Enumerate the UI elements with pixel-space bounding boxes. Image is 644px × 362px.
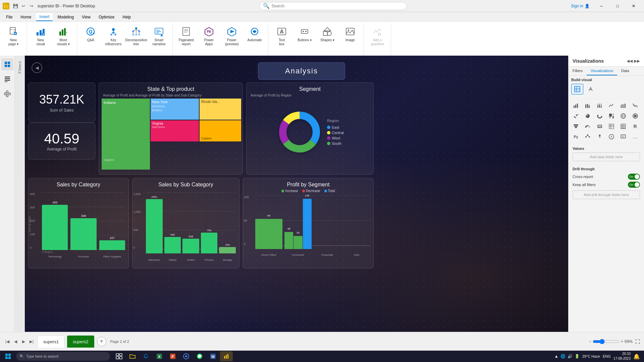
page-tab-supers1[interactable]: supers1	[38, 336, 64, 348]
menu-home[interactable]: Home	[17, 13, 35, 21]
start-button[interactable]	[1, 351, 15, 361]
viz-bar-chart[interactable]	[571, 101, 581, 110]
viz-more[interactable]: …	[631, 132, 640, 141]
viz-card[interactable]: 123	[595, 122, 604, 131]
explorer-button[interactable]	[126, 351, 139, 361]
maximize-button[interactable]: □	[610, 0, 625, 12]
menu-optimize[interactable]: Optimize	[95, 13, 118, 21]
page-first-button[interactable]: |◀	[4, 338, 11, 345]
consumer-bar-increase[interactable]: 38	[284, 232, 293, 249]
battery-icon[interactable]: 🔋	[575, 354, 580, 359]
consumer-bar-total[interactable]: 136	[303, 199, 312, 249]
viz-treemap[interactable]	[607, 111, 616, 121]
sidebar-expand-right[interactable]: ▶▶	[634, 59, 640, 63]
viz-100-bar[interactable]	[595, 101, 604, 110]
zoom-slider[interactable]	[593, 339, 620, 344]
viz-key-influencer-icon[interactable]	[595, 132, 604, 141]
taskbar-search[interactable]: 🔍 Type here to search	[16, 352, 110, 361]
profit-chart[interactable]: 100 50 0 66	[243, 194, 373, 258]
viz-pie-chart[interactable]	[583, 111, 592, 121]
sales-category-chart[interactable]: 400 300 200 100 0 493	[29, 189, 128, 259]
search-bar[interactable]: 🔍	[259, 2, 407, 10]
technology-bar[interactable]	[42, 205, 68, 250]
page-prev-button[interactable]: ◀	[12, 338, 19, 345]
data-view-button[interactable]	[1, 73, 13, 85]
menu-view[interactable]: View	[78, 13, 94, 21]
viz-matrix[interactable]	[619, 122, 628, 131]
treemap-indiana[interactable]: Indiana Copiers	[102, 99, 150, 170]
model-view-button[interactable]	[1, 88, 13, 100]
storage-sub-bar[interactable]	[219, 247, 236, 253]
powerbi-button[interactable]	[220, 351, 233, 361]
word-button[interactable]: W	[207, 351, 219, 361]
viz-funnel[interactable]	[571, 122, 581, 131]
tables-sub-bar[interactable]	[164, 237, 181, 253]
buttons-button[interactable]: Buttons ▾	[294, 25, 315, 52]
excel-button[interactable]: X	[153, 351, 166, 361]
image-button[interactable]: Image	[339, 25, 361, 52]
viz-filled-map[interactable]	[631, 111, 640, 121]
minimize-button[interactable]: ─	[594, 0, 609, 12]
data-tab[interactable]: Data	[617, 67, 633, 75]
consumer-bar-29[interactable]: 29	[293, 236, 302, 249]
donut-chart[interactable]	[276, 109, 323, 156]
page-tab-supers2[interactable]: supers2	[67, 336, 94, 348]
build-tab-format[interactable]	[585, 84, 597, 95]
new-visual-button[interactable]: Newvisual	[30, 25, 51, 52]
smart-narrative-button[interactable]: Smartnarrative	[148, 25, 170, 52]
viz-qa-icon[interactable]: ?	[607, 132, 616, 141]
treemap-rhode[interactable]: Rhode Isla...	[200, 99, 241, 120]
edge-button[interactable]	[140, 351, 152, 361]
zoom-decrease[interactable]: −	[589, 339, 591, 344]
chairs-sub-bar[interactable]	[182, 239, 199, 253]
text-box-button[interactable]: A Textbox	[271, 25, 292, 52]
report-view-button[interactable]	[1, 58, 13, 70]
furniture-bar[interactable]	[70, 218, 96, 250]
powerpoint-button[interactable]: P	[166, 351, 179, 361]
viz-ribbon-chart[interactable]	[631, 101, 640, 110]
power-apps-button[interactable]: PA PowerApps	[198, 25, 220, 52]
treemap-newyork[interactable]: New York Machines Binders	[151, 99, 199, 120]
viz-smart-narrative-icon[interactable]	[619, 132, 628, 141]
fit-page-button[interactable]: ⛶	[635, 339, 640, 344]
viz-python-visual[interactable]: Py	[571, 132, 581, 141]
key-influencers-button[interactable]: Keyinfluencers	[103, 25, 124, 52]
power-preview-button[interactable]: Power(preview)	[221, 25, 243, 52]
search-input[interactable]	[272, 4, 403, 8]
office-bar[interactable]	[99, 240, 125, 250]
automate-button[interactable]: Automate	[244, 25, 265, 52]
sidebar-collapse-left[interactable]: ◀◀	[627, 59, 633, 63]
more-visuals-button[interactable]: Morevisuals ▾	[53, 25, 74, 52]
viz-scatter[interactable]	[571, 111, 581, 121]
decomposition-tree-button[interactable]: Decompositiontree	[125, 25, 147, 52]
filters-tab[interactable]: Filters	[569, 67, 587, 75]
menu-help[interactable]: Help	[119, 13, 134, 21]
phones-sub-bar[interactable]	[201, 233, 218, 253]
qa-button[interactable]: Q&A Q&A	[80, 25, 101, 52]
tray-arrow[interactable]: ▲	[554, 354, 558, 359]
viz-table[interactable]	[607, 122, 616, 131]
signin-button[interactable]: Sign in 👤	[571, 4, 590, 8]
values-placeholder[interactable]: Add data fields here	[573, 153, 640, 161]
keep-filters-toggle[interactable]: On	[628, 182, 640, 188]
page-next-button[interactable]: ▶	[20, 338, 27, 345]
build-tab-table[interactable]	[571, 84, 583, 95]
treemap-copiers[interactable]: Copiers	[200, 120, 241, 141]
viz-stacked-bar[interactable]	[583, 101, 592, 110]
viz-decomp-tree-icon[interactable]	[583, 132, 592, 141]
taskview-button[interactable]	[113, 351, 125, 361]
visualizations-tab[interactable]: Visualizations	[587, 67, 617, 75]
network-icon[interactable]: 🌐	[560, 354, 566, 359]
menu-file[interactable]: File	[3, 13, 16, 21]
viz-map[interactable]	[619, 111, 628, 121]
volume-icon[interactable]: 🔊	[568, 354, 573, 359]
viz-line-chart[interactable]	[607, 101, 616, 110]
treemap-virginia[interactable]: Virginia Machines	[151, 120, 199, 141]
notification-icon[interactable]: 🔔	[633, 353, 640, 360]
whatsapp-button[interactable]	[193, 351, 206, 361]
back-arrow[interactable]: ◀	[32, 62, 42, 73]
zoom-increase[interactable]: +	[621, 339, 623, 344]
page-last-button[interactable]: ▶|	[28, 338, 35, 345]
home-office-bar-increase[interactable]: 66	[255, 219, 282, 249]
undo-button[interactable]: ↩	[20, 3, 27, 9]
